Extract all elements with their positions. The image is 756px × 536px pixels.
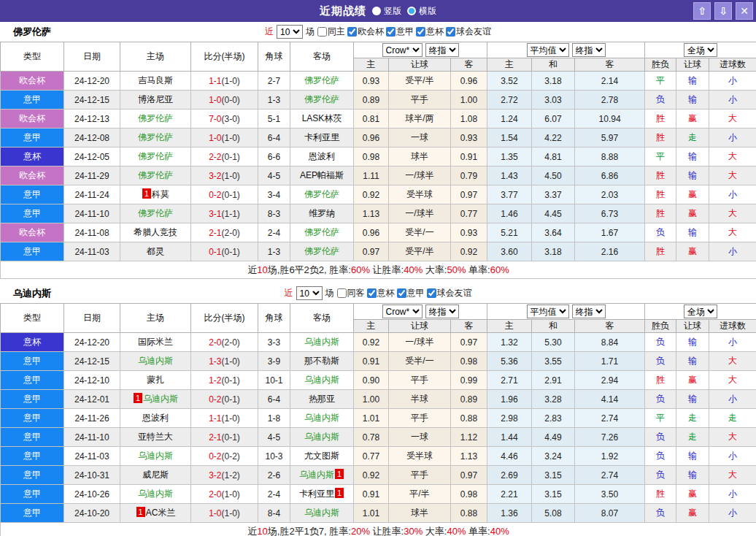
team-link[interactable]: AC米兰 [146, 508, 176, 518]
match-count-select[interactable]: 10 [277, 25, 303, 39]
team-link[interactable]: 佛罗伦萨 [304, 189, 339, 199]
close-button[interactable]: ✕ [736, 2, 753, 20]
move-down-button[interactable]: ⇩ [714, 2, 732, 20]
team-link[interactable]: 佛罗伦萨 [304, 75, 339, 85]
team-link[interactable]: 卡利亚里 [304, 132, 339, 142]
team-link[interactable]: 博洛尼亚 [138, 94, 173, 104]
checkbox-input[interactable] [427, 288, 436, 298]
fulltime-select[interactable]: 全场 [684, 43, 717, 57]
avg-draw-cell: 3.64 [532, 223, 575, 242]
team-link[interactable]: 佛罗伦萨 [138, 151, 173, 161]
score-cell: 1-1(1-0) [191, 409, 258, 428]
team-link[interactable]: 蒙扎 [147, 375, 164, 385]
team-link[interactable]: 乌迪内斯 [138, 356, 173, 366]
layout-radio-horizontal[interactable]: 横版 [407, 5, 436, 18]
home-team-cell: 佛罗伦萨 [120, 204, 191, 223]
radio-icon[interactable] [372, 7, 381, 15]
team-link[interactable]: 佛罗伦萨 [138, 170, 173, 180]
result-handicap-cell: 输 [676, 333, 709, 352]
red-card-badge: 1 [142, 188, 151, 199]
team-link[interactable]: 维罗纳 [309, 208, 335, 218]
team-link[interactable]: 尤文图斯 [304, 451, 339, 461]
layout-vertical-label: 竖版 [384, 5, 401, 18]
team-link[interactable]: 亚特兰大 [138, 432, 173, 442]
team-link[interactable]: 乌迪内斯 [304, 413, 339, 423]
team-link[interactable]: 佛罗伦萨 [138, 113, 173, 123]
team-link[interactable]: 佛罗伦萨 [138, 208, 173, 218]
team-link[interactable]: 恩波利 [309, 151, 335, 161]
bookmaker-select[interactable]: Crow* [382, 43, 423, 57]
odds-time-select[interactable]: 终指 [425, 43, 459, 57]
avg-away-cell: 2.74 [575, 409, 645, 428]
team-link[interactable]: 恩波利 [142, 413, 169, 423]
team-link[interactable]: 乌迪内斯 [138, 451, 173, 461]
team-link[interactable]: 科莫 [152, 189, 169, 199]
team-link[interactable]: 乌迪内斯 [138, 489, 173, 499]
col-avg-draw: 和 [532, 58, 575, 72]
checkbox-input[interactable] [367, 288, 377, 298]
average-select[interactable]: 平均值 [527, 43, 569, 57]
score-cell: 0-1(0-1) [191, 242, 258, 261]
away-team-cell: 尤文图斯 [290, 447, 354, 466]
average-select[interactable]: 平均值 [527, 305, 569, 318]
team-link[interactable]: 乌迪内斯 [299, 470, 334, 480]
near-label: 近 [265, 26, 274, 38]
team-link[interactable]: 那不勒斯 [304, 356, 339, 366]
col-result-wdl: 胜负 [645, 58, 676, 72]
odds-handicap-cell: 一/球半 [389, 204, 451, 223]
team-link[interactable]: 热那亚 [309, 394, 335, 404]
filter-checkbox-意杯[interactable]: 意杯 [416, 26, 444, 38]
corner-cell: 4-5 [258, 166, 290, 185]
avg-time-select[interactable]: 终指 [572, 305, 606, 318]
team-link[interactable]: 吉马良斯 [138, 75, 173, 85]
checkbox-input[interactable] [397, 288, 406, 298]
team-link[interactable]: 乌迪内斯 [304, 337, 339, 347]
filter-checkbox-意甲[interactable]: 意甲 [386, 26, 414, 38]
move-up-button[interactable]: ⇧ [693, 2, 711, 20]
filter-checkbox-球会友谊[interactable]: 球会友谊 [446, 26, 491, 38]
filter-checkbox-意甲[interactable]: 意甲 [397, 287, 425, 299]
team-link[interactable]: 乌迪内斯 [143, 394, 178, 404]
checkbox-input[interactable] [446, 27, 455, 37]
team-link[interactable]: 佛罗伦萨 [304, 246, 339, 256]
avg-time-select[interactable]: 终指 [572, 43, 606, 57]
match-count-select[interactable]: 10 [296, 286, 323, 300]
result-wdl-cell: 负 [645, 91, 676, 110]
team-link[interactable]: AEP帕福斯 [300, 170, 344, 180]
checkbox-input[interactable] [347, 27, 357, 37]
avg-away-cell: 2.03 [575, 185, 645, 204]
fulltime-select[interactable]: 全场 [684, 305, 717, 318]
checkbox-input[interactable] [337, 288, 347, 298]
radio-selected-icon[interactable] [407, 7, 416, 15]
team-link[interactable]: 希腊人竞技 [134, 227, 177, 237]
filter-checkbox-欧会杯[interactable]: 欧会杯 [347, 26, 384, 38]
team-link[interactable]: 都灵 [147, 246, 164, 256]
team-link[interactable]: 乌迪内斯 [304, 432, 339, 442]
team-link[interactable]: 乌迪内斯 [304, 508, 339, 518]
team-link[interactable]: 乌迪内斯 [304, 375, 339, 385]
close-icon: ✕ [740, 5, 749, 17]
home-team-cell: 1科莫 [120, 185, 191, 204]
team-link[interactable]: 卡利亚里 [299, 489, 334, 499]
filter-checkbox-意杯[interactable]: 意杯 [367, 287, 395, 299]
checkbox-input[interactable] [416, 27, 425, 37]
team-link[interactable]: 国际米兰 [138, 337, 173, 347]
filter-checkbox-球会友谊[interactable]: 球会友谊 [427, 287, 472, 299]
team-link[interactable]: 佛罗伦萨 [304, 227, 339, 237]
checkbox-input[interactable] [386, 27, 396, 37]
bookmaker-select[interactable]: Crow* [382, 305, 423, 318]
avg-home-cell: 2.69 [487, 466, 532, 485]
team-link[interactable]: LASK林茨 [302, 113, 342, 123]
filter-checkbox-同主[interactable]: 同主 [317, 26, 345, 38]
red-card-badge: 1 [335, 469, 344, 479]
results-table: 类型 日期 主场 比分(半场) 角球 客场 Crow*终指 平均值终指 全场 主… [0, 303, 756, 536]
team-link[interactable]: 佛罗伦萨 [138, 132, 173, 142]
filter-checkbox-同客[interactable]: 同客 [337, 287, 365, 299]
odds-time-select[interactable]: 终指 [425, 305, 459, 318]
checkbox-input[interactable] [317, 27, 327, 37]
team-link[interactable]: 佛罗伦萨 [304, 94, 339, 104]
date-cell: 24-11-10 [64, 204, 120, 223]
away-team-cell: 维罗纳 [290, 204, 354, 223]
team-link[interactable]: 威尼斯 [142, 470, 169, 480]
layout-radio-vertical[interactable]: 竖版 [372, 5, 401, 18]
